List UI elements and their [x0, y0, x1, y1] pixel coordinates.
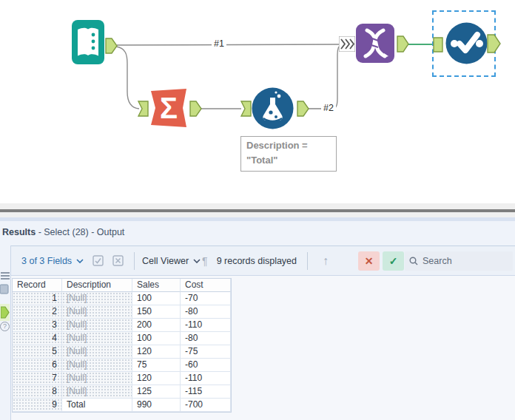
search-input[interactable]	[423, 256, 504, 266]
table-row[interactable]: 1[Null]100-70	[13, 292, 231, 305]
alteryx-window: #1 #2 Σ	[0, 0, 515, 420]
select-input-anchor-icon[interactable]	[433, 37, 443, 52]
cell-viewer-label: Cell Viewer	[142, 256, 189, 266]
table-cell[interactable]: -60	[181, 359, 231, 372]
cell-viewer-dropdown[interactable]: Cell Viewer	[142, 256, 201, 266]
table-row[interactable]: 7[Null]120-110	[13, 372, 231, 385]
connection-label-2[interactable]: #2	[321, 103, 336, 113]
results-title-bold: Results	[2, 227, 36, 237]
table-cell[interactable]: 100	[132, 332, 181, 345]
table-cell[interactable]: 9	[13, 399, 62, 412]
table-cell[interactable]: -75	[181, 345, 231, 359]
union-multi-input-anchor-icon[interactable]	[339, 36, 355, 52]
table-cell[interactable]: [Null]	[62, 332, 132, 345]
table-cell[interactable]: 120	[132, 372, 181, 385]
search-icon	[409, 257, 418, 265]
table-cell[interactable]: -700	[181, 399, 231, 412]
output-anchor-tab-icon[interactable]	[1, 306, 10, 319]
formula-output-anchor-icon[interactable]	[297, 101, 309, 117]
toolbar-separator	[134, 252, 135, 270]
table-cell[interactable]: 4	[13, 332, 62, 345]
table-cell[interactable]: 8	[13, 385, 62, 399]
table-cell[interactable]: -115	[181, 385, 231, 399]
table-row[interactable]: 5[Null]120-75	[13, 345, 231, 359]
panel-tab-icon[interactable]	[0, 284, 9, 294]
table-cell[interactable]: 120	[132, 345, 181, 359]
up-arrow-icon[interactable]: ↑	[323, 255, 329, 267]
formula-input-anchor-icon[interactable]	[240, 101, 252, 117]
annotation-box[interactable]: Description = "Total"	[240, 136, 337, 172]
table-cell[interactable]: 990	[132, 399, 181, 412]
table-cell[interactable]: 6	[13, 359, 62, 372]
table-cell[interactable]: [Null]	[62, 345, 132, 359]
input-output-anchor-icon[interactable]	[105, 38, 118, 54]
union-dna-icon	[356, 24, 394, 63]
pilcrow-icon[interactable]: ¶	[202, 255, 208, 267]
table-row[interactable]: 3[Null]200-110	[13, 319, 231, 332]
column-header-record[interactable]: Record	[13, 279, 62, 292]
results-panel: Results - Select (28) - Output ? 3 of 3 …	[0, 221, 515, 420]
results-title-rest: - Select (28) - Output	[36, 227, 124, 237]
column-header-description[interactable]: Description	[62, 279, 132, 292]
table-cell[interactable]: 3	[13, 319, 62, 332]
union-output-anchor-icon[interactable]	[397, 35, 409, 52]
table-cell[interactable]: -110	[181, 372, 231, 385]
summarize-tool[interactable]: Σ	[149, 88, 188, 128]
input-data-tool[interactable]	[72, 20, 104, 67]
annotation-line-2: "Total"	[246, 153, 331, 168]
results-table-body: 1[Null]100-702[Null]150-803[Null]200-110…	[13, 292, 231, 412]
search-box[interactable]	[405, 251, 513, 271]
table-cell[interactable]: 200	[132, 319, 181, 332]
table-cell[interactable]: [Null]	[62, 292, 132, 305]
results-left-strip: ?	[0, 245, 10, 420]
table-cell[interactable]: [Null]	[62, 319, 132, 332]
formula-flask-icon	[252, 87, 294, 129]
toolbar-separator	[307, 252, 308, 270]
checkbox-clear-icon[interactable]	[112, 255, 124, 266]
table-row[interactable]: 2[Null]150-80	[13, 305, 231, 319]
fields-dropdown[interactable]: 3 of 3 Fields	[21, 256, 84, 266]
select-tool[interactable]	[445, 22, 488, 67]
table-row[interactable]: 6[Null]75-60	[13, 359, 231, 372]
table-row[interactable]: 4[Null]100-80	[13, 332, 231, 345]
table-cell[interactable]: 125	[132, 385, 181, 399]
formula-tool[interactable]	[252, 87, 294, 132]
hamburger-icon[interactable]	[1, 272, 10, 280]
table-cell[interactable]: 100	[132, 292, 181, 305]
accept-records-button[interactable]: ✓	[383, 251, 404, 271]
union-tool[interactable]	[356, 24, 394, 66]
column-header-cost[interactable]: Cost	[181, 279, 231, 292]
table-cell[interactable]: 2	[13, 305, 62, 319]
table-cell[interactable]: -80	[181, 332, 231, 345]
table-cell[interactable]: [Null]	[62, 359, 132, 372]
table-cell[interactable]: -110	[181, 319, 231, 332]
connection-label-1[interactable]: #1	[212, 38, 226, 49]
checkbox-checked-icon[interactable]	[92, 255, 104, 266]
table-cell[interactable]: 150	[132, 305, 181, 319]
help-icon[interactable]: ?	[0, 322, 10, 331]
table-cell[interactable]: 5	[13, 345, 62, 359]
chevron-down-icon	[76, 259, 84, 263]
table-cell[interactable]: 75	[132, 359, 181, 372]
results-table: Record Description Sales Cost 1[Null]100…	[12, 278, 232, 413]
table-cell[interactable]: -80	[181, 305, 231, 319]
table-cell[interactable]: [Null]	[62, 385, 132, 399]
chevron-down-icon	[193, 259, 201, 263]
table-cell[interactable]: [Null]	[62, 372, 132, 385]
table-cell[interactable]: Total	[62, 399, 132, 412]
summarize-output-anchor-icon[interactable]	[189, 101, 202, 117]
table-row[interactable]: 8[Null]125-115	[13, 385, 231, 399]
table-cell[interactable]: 1	[13, 292, 62, 305]
records-displayed-text: 9 records displayed	[217, 256, 297, 266]
table-cell[interactable]: [Null]	[62, 305, 132, 319]
workflow-canvas[interactable]: #1 #2 Σ	[0, 0, 515, 203]
table-cell[interactable]: 7	[13, 372, 62, 385]
results-title: Results - Select (28) - Output	[0, 221, 515, 245]
table-cell[interactable]: -70	[181, 292, 231, 305]
input-data-book-icon	[72, 20, 104, 64]
column-header-sales[interactable]: Sales	[132, 279, 181, 292]
summarize-input-anchor-icon[interactable]	[138, 101, 149, 117]
reject-records-button[interactable]: ✕	[358, 251, 380, 271]
table-row[interactable]: 9Total990-700	[13, 399, 231, 412]
select-output-anchor-icon[interactable]	[487, 34, 501, 53]
